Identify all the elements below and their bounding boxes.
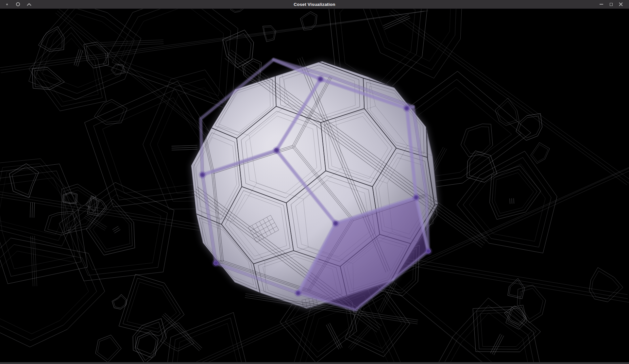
app-window: Coset Visualization <box>0 0 629 364</box>
close-button[interactable] <box>616 0 626 9</box>
window-controls <box>596 0 629 9</box>
titlebar-left-icons <box>0 0 32 9</box>
minimize-icon <box>600 4 603 5</box>
circle-icon[interactable] <box>15 0 21 9</box>
minimize-button[interactable] <box>596 0 606 9</box>
close-icon <box>619 2 623 6</box>
window-title: Coset Visualization <box>0 0 629 8</box>
window-bottom-edge <box>0 362 629 364</box>
maximize-button[interactable] <box>606 0 616 9</box>
chevron-up-icon[interactable] <box>26 0 32 9</box>
maximize-icon <box>610 3 613 6</box>
dot-icon[interactable] <box>4 0 10 9</box>
titlebar: Coset Visualization <box>0 0 629 9</box>
visualization-canvas[interactable] <box>0 9 629 362</box>
